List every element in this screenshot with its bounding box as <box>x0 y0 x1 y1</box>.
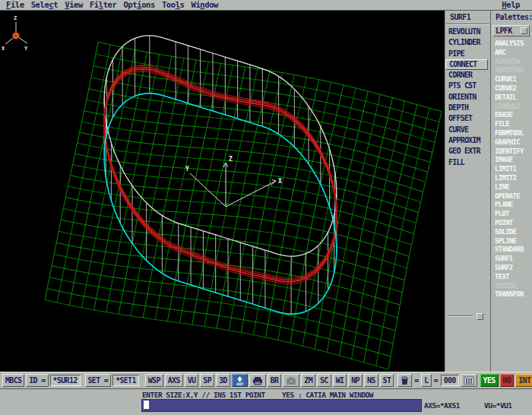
surf1-item-curve[interactable]: CURVE <box>445 125 490 135</box>
palette-item-formtool[interactable]: FORMTOOL <box>491 129 532 138</box>
palette-item-text[interactable]: TEXT <box>491 273 532 282</box>
wsp-button[interactable]: WSP <box>145 374 163 387</box>
palette-item-standard[interactable]: STANDARD <box>491 246 532 255</box>
mbcs-button[interactable]: MBCS <box>2 374 24 387</box>
palette-item-auxview: AUXVIEW <box>491 58 532 67</box>
surf1-item-corner[interactable]: CORNER <box>445 70 490 81</box>
exit-button[interactable]: EXIT <box>232 374 248 387</box>
viewport-canvas[interactable]: ZYXZXY <box>0 11 445 372</box>
palette-item-identify[interactable]: IDENTIFY <box>491 147 532 157</box>
current-axis-label: AXS=*AXS1 <box>424 401 460 410</box>
yes-button[interactable]: YES <box>480 374 499 387</box>
current-id-field[interactable]: *SUR12 <box>50 375 81 386</box>
capture-button[interactable] <box>283 374 299 387</box>
id-label: ID = <box>26 374 48 387</box>
ns-button[interactable]: NS <box>364 374 378 387</box>
palette-item-spline[interactable]: SPLINE <box>491 237 532 246</box>
vu-button[interactable]: VU <box>185 374 199 387</box>
menu-item-view[interactable]: View <box>65 0 83 10</box>
palette-item-erase[interactable]: ERASE <box>491 111 532 120</box>
set-label: SET = <box>85 374 112 387</box>
filter-bin-button[interactable] <box>397 374 412 387</box>
palette-item-arc[interactable]: ARC <box>491 49 532 58</box>
palette-item-point[interactable]: POINT <box>491 219 532 228</box>
3d-button[interactable]: 3D <box>216 374 230 387</box>
svg-text:X: X <box>2 46 5 52</box>
svg-text:EXIT: EXIT <box>236 382 243 386</box>
no-button[interactable]: NO <box>500 374 515 387</box>
command-input[interactable] <box>141 399 422 412</box>
window-message: YES : CATIA MAIN WINDOW <box>282 391 373 399</box>
surf1-panel: SURF1 REVOLUTNCYLINDERPIPECONNECTCORNERP… <box>445 11 490 372</box>
sc-button[interactable]: SC <box>317 374 331 387</box>
palette-item-surf2[interactable]: SURF2 <box>491 264 532 273</box>
surf1-item-fill[interactable]: FILL <box>445 157 490 168</box>
palette-selector[interactable]: LPFK <box>492 25 530 36</box>
keypad-button[interactable] <box>461 374 477 387</box>
palette-item-curve1[interactable]: CURVE1 <box>491 75 532 84</box>
surf1-item-cylinder[interactable]: CYLINDER <box>445 37 490 48</box>
zm-button[interactable]: ZM <box>301 374 315 387</box>
menu-bar: FileSelectViewFilterOptionsToolsWindow H… <box>0 0 532 11</box>
surf1-item-revolutn[interactable]: REVOLUTN <box>445 27 490 37</box>
surf1-item-connect[interactable]: CONNECT <box>445 59 488 70</box>
menu-item-window[interactable]: Window <box>192 0 219 10</box>
printer-icon <box>252 376 263 385</box>
palette-item-file[interactable]: FILE <box>491 120 532 129</box>
panel-resize-handle[interactable] <box>477 313 483 320</box>
palette-item-plot[interactable]: PLOT <box>491 210 532 219</box>
surf1-item-depth[interactable]: DEPTH <box>445 103 490 113</box>
wi-button[interactable]: WI <box>333 374 347 387</box>
current-set-field[interactable]: *SET1 <box>112 375 139 386</box>
divider <box>446 24 489 25</box>
keypad-icon <box>464 376 474 385</box>
palette-item-limit1[interactable]: LIMIT1 <box>491 165 532 174</box>
menu-item-select[interactable]: Select <box>31 0 59 10</box>
prompt-message: ENTER SIZE:X,Y // INS 1ST POINT <box>142 391 265 399</box>
surf1-item-orientn[interactable]: ORIENTN <box>445 92 490 103</box>
palette-selector-value: LPFK <box>496 27 512 35</box>
int-button[interactable]: INT <box>515 374 532 387</box>
layer-button[interactable]: L <box>421 374 431 387</box>
palette-item-line[interactable]: LINE <box>491 183 532 192</box>
menu-item-help[interactable]: Help <box>502 0 520 10</box>
menu-item-tools[interactable]: Tools <box>162 0 185 10</box>
palette-item-transfor[interactable]: TRANSFOR <box>491 290 532 299</box>
menu-item-filter[interactable]: Filter <box>90 0 117 10</box>
palette-item-textd2: TEXTD2 <box>491 282 532 291</box>
surf1-item-offset[interactable]: OFFSET <box>445 113 490 124</box>
axs-button[interactable]: AXS <box>165 374 183 387</box>
palette-item-image[interactable]: IMAGE <box>491 156 532 165</box>
surf1-item-pts-cst[interactable]: PTS CST <box>445 81 490 91</box>
palette-item-analysis[interactable]: ANALYSIS <box>491 40 532 49</box>
message-row: ENTER SIZE:X,Y // INS 1ST POINT YES : CA… <box>0 388 532 400</box>
palette-item-dimens2: DIMENS2 <box>491 103 532 112</box>
br-button[interactable]: BR <box>268 374 282 387</box>
menu-item-options[interactable]: Options <box>123 0 154 10</box>
text-cursor <box>144 401 149 409</box>
dropdown-arrow-icon <box>521 27 527 34</box>
np-button[interactable]: NP <box>348 374 363 387</box>
surf1-item-pipe[interactable]: PIPE <box>445 49 490 59</box>
exit-icon: EXIT <box>233 375 246 386</box>
surf1-panel-title: SURF1 <box>445 11 490 21</box>
layer-field[interactable]: 000 <box>441 375 459 386</box>
surf1-item-geo-extr[interactable]: GEO EXTR <box>445 146 490 157</box>
camera-icon <box>286 376 296 385</box>
palette-item-operate[interactable]: OPERATE <box>491 192 532 201</box>
palette-item-detail[interactable]: DETAIL <box>491 93 532 103</box>
sp-button[interactable]: SP <box>200 374 214 387</box>
palette-item-solide[interactable]: SOLIDE <box>491 228 532 237</box>
menu-item-file[interactable]: File <box>6 0 24 10</box>
palette-item-curve2[interactable]: CURVE2 <box>491 84 532 93</box>
palette-item-surf1[interactable]: SURF1 <box>491 255 532 264</box>
palette-item-plane[interactable]: PLANE <box>491 201 532 210</box>
cylinder-icon <box>401 376 409 385</box>
st-button[interactable]: ST <box>380 374 394 387</box>
plot-button[interactable] <box>249 374 266 387</box>
palettes-panel: Palettes: LPFK ANALYSISARCAUXVIEWAUXVIEW… <box>490 11 532 372</box>
palette-item-limit2[interactable]: LIMIT2 <box>491 174 532 183</box>
svg-text:Z: Z <box>229 156 233 163</box>
surf1-item-approxim[interactable]: APPROXIM <box>445 135 490 146</box>
palette-item-graphic[interactable]: GRAPHIC <box>491 138 532 147</box>
